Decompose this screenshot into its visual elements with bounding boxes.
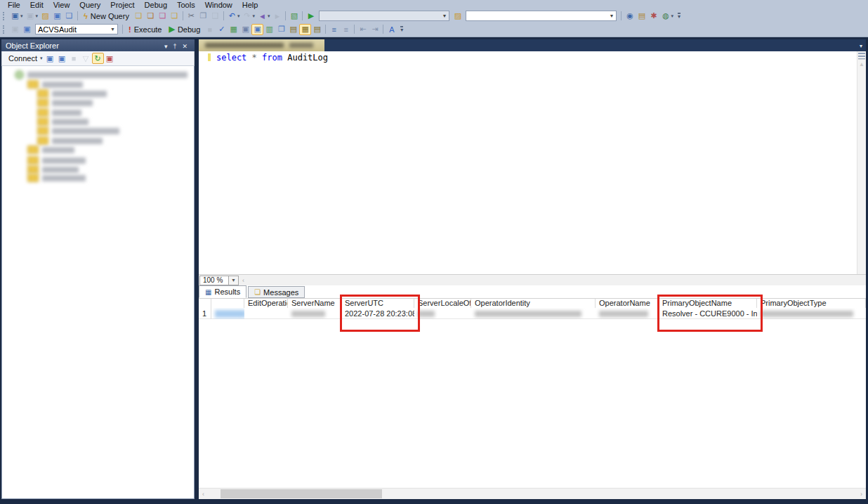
tree-node-folder[interactable] [37, 98, 93, 107]
tree-node-folder[interactable] [37, 117, 88, 126]
save-all-icon[interactable]: ❏ [63, 11, 75, 22]
execute-button[interactable]: !Execute [125, 23, 165, 36]
connect-button[interactable]: Connect [5, 52, 41, 65]
process-combo[interactable]: ▼ [319, 11, 449, 21]
grid-column-header-PrimaryObjectType[interactable]: PrimaryObjectType [757, 299, 866, 308]
window-position-icon[interactable]: ▾ [162, 43, 171, 50]
grid-cell-unnamed[interactable] [211, 308, 244, 319]
grid-cell-ServerLocaleOffset[interactable] [414, 308, 471, 319]
scrollbar-track[interactable] [208, 489, 857, 499]
navigate-backward-icon[interactable]: ◄ [256, 11, 268, 22]
tree-node-folder[interactable] [37, 136, 103, 145]
active-files-dropdown-icon[interactable]: ▾ [860, 43, 862, 49]
disconnect-connection-icon[interactable]: ▣ [21, 24, 33, 35]
menu-item-query[interactable]: Query [74, 0, 105, 10]
toolbar-grip[interactable] [3, 25, 6, 34]
auto-hide-pin-icon[interactable]: † [170, 43, 179, 50]
menu-item-file[interactable]: File [3, 0, 25, 10]
close-icon[interactable]: ✕ [179, 43, 190, 50]
menu-item-window[interactable]: Window [200, 0, 237, 10]
toolbox-icon[interactable]: ✱ [647, 11, 659, 22]
increase-indent-icon[interactable]: ⇥ [369, 24, 381, 35]
results-to-file-icon[interactable]: ▤ [311, 24, 323, 35]
combo-dropdown-icon[interactable]: ▼ [442, 13, 447, 18]
paste-icon[interactable]: ❑ [209, 11, 221, 22]
copy-icon[interactable]: ❐ [197, 11, 209, 22]
menu-item-help[interactable]: Help [237, 0, 263, 10]
find-combo[interactable]: ▼ [466, 11, 617, 21]
grid-column-header-ServerName[interactable]: ServerName [288, 299, 341, 308]
disconnect-object-explorer-icon[interactable]: ▣ [56, 53, 68, 64]
refresh-icon[interactable]: ↻ [92, 53, 104, 64]
dropdown-caret-icon[interactable]: ▾ [40, 56, 43, 61]
results-to-grid-icon[interactable]: ▦ [299, 24, 311, 35]
dropdown-caret-icon[interactable]: ▾ [671, 13, 673, 19]
query-designer-icon[interactable]: ▣ [239, 24, 251, 35]
grid-column-header-EditOperation[interactable]: EditOperation [244, 299, 288, 308]
connect-object-explorer-icon[interactable]: ▣ [44, 53, 56, 64]
tree-node-folder[interactable] [27, 156, 86, 164]
editor-zoom-level[interactable]: 100 % [199, 276, 229, 285]
zoom-dropdown-icon[interactable]: ▼ [229, 276, 239, 285]
save-icon[interactable]: ▣ [51, 11, 63, 22]
new-database-engine-query-icon[interactable]: ❏ [133, 11, 145, 22]
combo-dropdown-icon[interactable]: ▼ [610, 13, 614, 18]
grid-cell-PrimaryObjectType[interactable] [757, 308, 866, 319]
detach-database-icon[interactable]: ▣ [104, 53, 116, 64]
results-grid-row[interactable]: 12022-07-28 20:23:08.000Resolver - CCURE… [199, 308, 866, 319]
open-file-icon[interactable]: ▨ [39, 11, 51, 22]
object-explorer-tree[interactable] [1, 66, 195, 499]
new-query-button[interactable]: ϟNew Query [80, 10, 133, 22]
tree-node-folder[interactable] [27, 165, 79, 174]
editor-splitter-handle[interactable] [858, 53, 865, 60]
find-in-files-icon[interactable]: ◉ [624, 11, 636, 22]
menu-item-project[interactable]: Project [105, 0, 139, 10]
available-databases-combo[interactable]: ACVSAudit▼ [35, 24, 118, 34]
menu-item-debug[interactable]: Debug [140, 0, 172, 10]
grid-column-header-OperatorIdentity[interactable]: OperatorIdentity [471, 299, 596, 308]
grid-cell-OperatorIdentity[interactable] [471, 308, 596, 319]
menu-item-view[interactable]: View [48, 0, 75, 10]
new-analysis-services-mdx-query-icon[interactable]: ❏ [145, 11, 157, 22]
results-horizontal-scrollbar[interactable]: ‹ › [199, 488, 866, 499]
toolbar-grip[interactable] [3, 12, 6, 20]
new-analysis-services-dmx-query-icon[interactable]: ❏ [157, 11, 169, 22]
start-icon[interactable]: ▶ [305, 11, 317, 22]
toolbar-overflow-icon[interactable]: ▾ [400, 26, 403, 33]
tree-node-folder[interactable] [37, 108, 81, 117]
scroll-up-icon[interactable]: ▲ [857, 61, 866, 68]
combo-dropdown-icon[interactable]: ▼ [110, 27, 115, 32]
cut-icon[interactable]: ✂ [185, 11, 197, 22]
menu-item-tools[interactable]: Tools [172, 0, 200, 10]
grid-column-header-OperatorName[interactable]: OperatorName [596, 299, 659, 308]
grid-row-header[interactable]: 1 [199, 308, 211, 319]
redo-icon[interactable]: ↷ [241, 11, 253, 22]
uncomment-selection-icon[interactable]: ≡ [340, 24, 352, 35]
attach-file-icon[interactable]: ▨ [452, 11, 463, 22]
query-document-tab[interactable] [199, 39, 324, 51]
dropdown-caret-icon[interactable]: ▾ [237, 13, 240, 19]
undo-icon[interactable]: ↶ [226, 11, 238, 22]
tab-messages[interactable]: ❏Messages [248, 286, 305, 298]
activity-monitor-icon[interactable]: ▧ [288, 11, 300, 22]
tree-node-folder[interactable] [37, 89, 107, 98]
grid-cell-ServerName[interactable] [288, 308, 341, 319]
tree-node-folder[interactable] [37, 127, 119, 135]
dropdown-caret-icon[interactable]: ▾ [268, 13, 270, 19]
dropdown-caret-icon[interactable]: ▾ [20, 13, 23, 19]
display-estimated-plan-icon[interactable]: ▦ [228, 24, 239, 35]
scrollbar-thumb[interactable] [221, 489, 382, 498]
parse-icon[interactable]: ✓ [216, 24, 228, 35]
show-results-pane-icon[interactable]: ▣ [251, 24, 263, 35]
web-browser-icon[interactable]: ◍ [659, 11, 671, 22]
grid-column-header-ServerLocaleOffset[interactable]: ServerLocaleOffset [414, 299, 471, 308]
add-item-icon[interactable]: ▣ [25, 11, 37, 22]
properties-window-icon[interactable]: ▤ [636, 11, 647, 22]
new-analysis-services-xmla-query-icon[interactable]: ❏ [169, 11, 180, 22]
stop-icon[interactable]: ■ [204, 24, 216, 35]
menu-item-edit[interactable]: Edit [25, 0, 48, 10]
debug-button[interactable]: ▶Debug [165, 23, 204, 36]
grid-cell-OperatorName[interactable] [596, 308, 659, 319]
specify-template-parameters-icon[interactable]: ▥ [263, 24, 275, 35]
grid-corner-header[interactable] [199, 299, 211, 308]
